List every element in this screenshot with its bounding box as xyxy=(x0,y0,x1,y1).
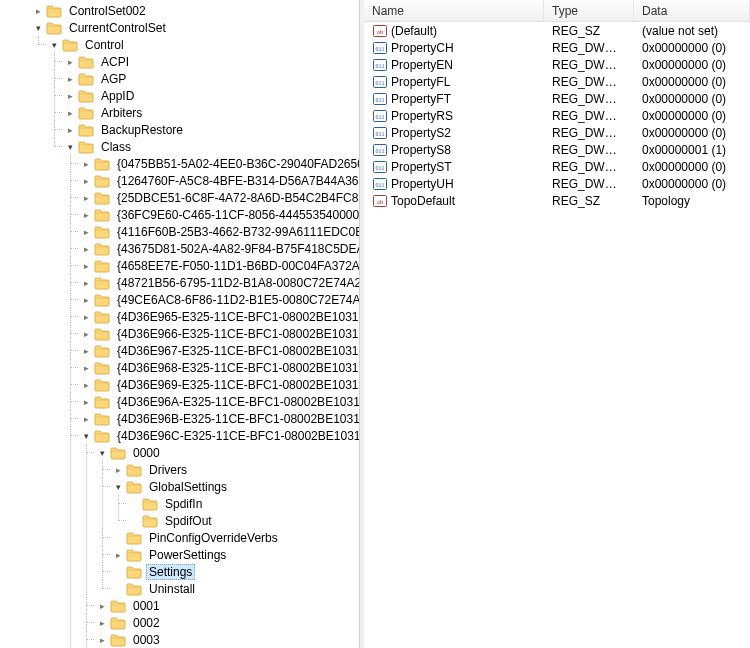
expand-icon[interactable]: ▸ xyxy=(112,464,124,476)
tree-item[interactable]: ▾0000 xyxy=(96,444,359,461)
expand-icon[interactable]: ▸ xyxy=(96,634,108,646)
tree-item[interactable]: ▸Settings xyxy=(112,563,359,580)
folder-icon xyxy=(94,174,110,188)
expand-icon[interactable]: ▸ xyxy=(80,209,92,221)
tree-item[interactable]: ▸{4D36E96B-E325-11CE-BFC1-08002BE10318} xyxy=(80,410,359,427)
expand-icon[interactable]: ▸ xyxy=(80,294,92,306)
value-row[interactable]: 011PropertySTREG_DWORD0x00000000 (0) xyxy=(364,158,750,175)
collapse-icon[interactable]: ▾ xyxy=(64,141,76,153)
tree-item[interactable]: ▸ACPI xyxy=(64,53,359,70)
expand-icon[interactable]: ▸ xyxy=(64,107,76,119)
tree-item[interactable]: ▸AppID xyxy=(64,87,359,104)
tree-item[interactable]: ▸{48721B56-6795-11D2-B1A8-0080C72E74A2} xyxy=(80,274,359,291)
tree-item[interactable]: ▸0001 xyxy=(96,597,359,614)
tree-item[interactable]: ▸SpdifIn xyxy=(128,495,359,512)
expand-icon[interactable]: ▸ xyxy=(80,413,92,425)
tree-item-label: {43675D81-502A-4A82-9F84-B75F418C5DEA} xyxy=(114,241,360,257)
collapse-icon[interactable]: ▾ xyxy=(112,481,124,493)
expand-icon[interactable]: ▸ xyxy=(80,379,92,391)
tree-item[interactable]: ▸{0475BB51-5A02-4EE0-B36C-29040FAD2650} xyxy=(80,155,359,172)
expand-icon[interactable]: ▸ xyxy=(80,311,92,323)
expand-icon[interactable]: ▸ xyxy=(80,345,92,357)
expand-icon[interactable]: ▸ xyxy=(80,396,92,408)
expand-icon[interactable]: ▸ xyxy=(64,73,76,85)
column-header-name[interactable]: Name xyxy=(364,0,544,21)
tree-item-label: 0002 xyxy=(130,615,163,631)
collapse-icon[interactable]: ▾ xyxy=(32,22,44,34)
tree-item[interactable]: ▾Class xyxy=(64,138,359,155)
expand-icon[interactable]: ▸ xyxy=(96,600,108,612)
expand-icon[interactable]: ▸ xyxy=(80,328,92,340)
svg-text:011: 011 xyxy=(376,46,385,52)
value-row[interactable]: 011PropertyFTREG_DWORD0x00000000 (0) xyxy=(364,90,750,107)
tree-item[interactable]: ▸{4D36E966-E325-11CE-BFC1-08002BE10318} xyxy=(80,325,359,342)
expand-icon[interactable]: ▸ xyxy=(64,56,76,68)
tree-item[interactable]: ▸{36FC9E60-C465-11CF-8056-444553540000} xyxy=(80,206,359,223)
value-row[interactable]: 011PropertyFLREG_DWORD0x00000000 (0) xyxy=(364,73,750,90)
tree-item[interactable]: ▸Uninstall xyxy=(112,580,359,597)
tree-item[interactable]: ▸{4D36E969-E325-11CE-BFC1-08002BE10318} xyxy=(80,376,359,393)
tree-item[interactable]: ▸SpdifOut xyxy=(128,512,359,529)
expand-icon[interactable]: ▸ xyxy=(80,243,92,255)
expand-icon[interactable]: ▸ xyxy=(64,90,76,102)
tree-item[interactable]: ▸0002 xyxy=(96,614,359,631)
expand-icon[interactable]: ▸ xyxy=(64,124,76,136)
tree-item[interactable]: ▸Drivers xyxy=(112,461,359,478)
value-row[interactable]: abTopoDefaultREG_SZTopology xyxy=(364,192,750,209)
expand-icon[interactable]: ▸ xyxy=(112,549,124,561)
expand-icon[interactable]: ▸ xyxy=(80,226,92,238)
tree-item[interactable]: ▾CurrentControlSet xyxy=(32,19,359,36)
tree-item[interactable]: ▸{4D36E96A-E325-11CE-BFC1-08002BE10318} xyxy=(80,393,359,410)
tree-item[interactable]: ▾Control xyxy=(48,36,359,53)
value-row[interactable]: 011PropertyS8REG_DWORD0x00000001 (1) xyxy=(364,141,750,158)
folder-icon xyxy=(78,106,94,120)
column-header-data[interactable]: Data xyxy=(634,0,750,21)
tree-item[interactable]: ▸PinConfigOverrideVerbs xyxy=(112,529,359,546)
tree-item-label: {4D36E96B-E325-11CE-BFC1-08002BE10318} xyxy=(114,411,360,427)
tree-item[interactable]: ▸PowerSettings xyxy=(112,546,359,563)
expand-icon[interactable]: ▸ xyxy=(80,192,92,204)
tree-item[interactable]: ▸0003 xyxy=(96,631,359,648)
column-header-type[interactable]: Type xyxy=(544,0,634,21)
tree-item[interactable]: ▸{49CE6AC8-6F86-11D2-B1E5-0080C72E74A2} xyxy=(80,291,359,308)
tree-item[interactable]: ▾GlobalSettings xyxy=(112,478,359,495)
tree-item[interactable]: ▸{43675D81-502A-4A82-9F84-B75F418C5DEA} xyxy=(80,240,359,257)
expand-icon[interactable]: ▸ xyxy=(96,617,108,629)
tree-item[interactable]: ▸{4D36E965-E325-11CE-BFC1-08002BE10318} xyxy=(80,308,359,325)
tree-item[interactable]: ▸{4D36E967-E325-11CE-BFC1-08002BE10318} xyxy=(80,342,359,359)
tree-item[interactable]: ▸{4658EE7E-F050-11D1-B6BD-00C04FA372A7} xyxy=(80,257,359,274)
expand-icon[interactable]: ▸ xyxy=(32,5,44,17)
collapse-icon[interactable]: ▾ xyxy=(48,39,60,51)
expand-icon[interactable]: ▸ xyxy=(80,362,92,374)
expand-icon[interactable]: ▸ xyxy=(80,260,92,272)
expand-icon[interactable]: ▸ xyxy=(80,277,92,289)
tree-item[interactable]: ▸AGP xyxy=(64,70,359,87)
value-row[interactable]: 011PropertyRSREG_DWORD0x00000000 (0) xyxy=(364,107,750,124)
collapse-icon[interactable]: ▾ xyxy=(80,430,92,442)
value-row[interactable]: 011PropertyENREG_DWORD0x00000000 (0) xyxy=(364,56,750,73)
value-type: REG_DWORD xyxy=(544,143,634,157)
collapse-icon[interactable]: ▾ xyxy=(96,447,108,459)
value-row[interactable]: 011PropertyUHREG_DWORD0x00000000 (0) xyxy=(364,175,750,192)
tree-item-label: {4D36E968-E325-11CE-BFC1-08002BE10318} xyxy=(114,360,360,376)
expand-icon[interactable]: ▸ xyxy=(80,175,92,187)
folder-icon xyxy=(126,463,142,477)
registry-tree-pane[interactable]: ▸ControlSet002▾CurrentControlSet▾Control… xyxy=(0,0,360,648)
tree-item-label: 0000 xyxy=(130,445,163,461)
tree-item[interactable]: ▸ControlSet002 xyxy=(32,2,359,19)
tree-item[interactable]: ▸{25DBCE51-6C8F-4A72-8A6D-B54C2B4FC835} xyxy=(80,189,359,206)
tree-item[interactable]: ▸Arbiters xyxy=(64,104,359,121)
value-row[interactable]: 011PropertyS2REG_DWORD0x00000000 (0) xyxy=(364,124,750,141)
tree-item[interactable]: ▾{4D36E96C-E325-11CE-BFC1-08002BE10318} xyxy=(80,427,359,444)
tree-item[interactable]: ▸{1264760F-A5C8-4BFE-B314-D56A7B44A362} xyxy=(80,172,359,189)
tree-item[interactable]: ▸BackupRestore xyxy=(64,121,359,138)
expand-icon[interactable]: ▸ xyxy=(80,158,92,170)
value-row[interactable]: 011PropertyCHREG_DWORD0x00000000 (0) xyxy=(364,39,750,56)
svg-text:011: 011 xyxy=(376,63,385,69)
svg-text:ab: ab xyxy=(377,28,384,36)
dword-value-icon: 011 xyxy=(372,40,388,56)
tree-item[interactable]: ▸{4D36E968-E325-11CE-BFC1-08002BE10318} xyxy=(80,359,359,376)
value-row[interactable]: ab(Default)REG_SZ(value not set) xyxy=(364,22,750,39)
tree-item[interactable]: ▸{4116F60B-25B3-4662-B732-99A6111EDC0B} xyxy=(80,223,359,240)
dword-value-icon: 011 xyxy=(372,57,388,73)
